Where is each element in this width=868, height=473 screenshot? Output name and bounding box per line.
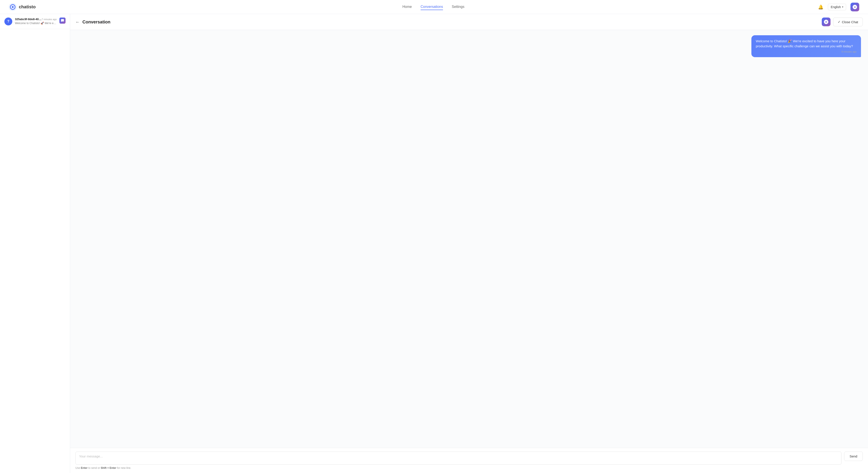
- close-chat-label: Close Chat: [842, 20, 858, 24]
- nav-conversations[interactable]: Conversations: [421, 4, 443, 10]
- conversation-avatar: ?: [4, 18, 12, 25]
- input-row: Send: [75, 451, 863, 465]
- agent-icon: [824, 19, 829, 25]
- user-avatar-icon: [852, 4, 858, 10]
- svg-point-2: [12, 6, 13, 8]
- message-bubble: Welcome to Chatisto! 🎉 We're excited to …: [751, 35, 861, 57]
- conversation-id: 325abc9f-8de8-40aa-a445-e00bb...: [15, 18, 42, 21]
- logo-area: chatisto: [9, 3, 36, 11]
- conversations-sidebar: ? 325abc9f-8de8-40aa-a445-e00bb... 7 min…: [0, 14, 70, 473]
- language-selector[interactable]: English ▾: [828, 4, 846, 10]
- hint-middle: to send or: [88, 466, 101, 470]
- conversation-badge-icon: [59, 18, 66, 24]
- bell-icon: 🔔: [818, 5, 824, 9]
- back-arrow-icon: ←: [75, 20, 80, 25]
- message-row: Welcome to Chatisto! 🎉 We're excited to …: [77, 35, 861, 57]
- navbar: chatisto Home Conversations Settings 🔔 E…: [0, 0, 868, 14]
- messages-area: Welcome to Chatisto! 🎉 We're excited to …: [70, 30, 868, 448]
- chevron-down-icon: ▾: [842, 6, 843, 8]
- chat-header-right: ✓ Close Chat: [822, 18, 863, 26]
- checkmark-icon: ✓: [838, 20, 841, 24]
- hint-enter: Enter: [81, 466, 88, 470]
- nav-settings[interactable]: Settings: [452, 4, 464, 10]
- hint-suffix: for new line.: [116, 466, 131, 470]
- language-label: English: [831, 5, 841, 9]
- chat-icon: [61, 19, 64, 22]
- input-hint: Use Enter to send or Shift + Enter for n…: [75, 466, 863, 470]
- conversation-preview: Welcome to Chatisto! 🚀 We're excited to …: [15, 22, 57, 25]
- back-button[interactable]: ←: [75, 20, 80, 25]
- main-content: ? 325abc9f-8de8-40aa-a445-e00bb... 7 min…: [0, 14, 868, 473]
- message-input-area: Send Use Enter to send or Shift + Enter …: [70, 448, 868, 473]
- notification-bell-button[interactable]: 🔔: [818, 4, 824, 10]
- agent-avatar: [822, 18, 831, 26]
- user-avatar-button[interactable]: [850, 3, 859, 11]
- message-text: Welcome to Chatisto! 🎉 We're excited to …: [756, 39, 853, 48]
- svg-rect-3: [854, 6, 855, 6]
- nav-links: Home Conversations Settings: [49, 4, 818, 10]
- conversation-right-badge: [59, 18, 66, 24]
- chat-header-left: ← Conversation: [75, 20, 111, 25]
- message-timestamp: 9 minutes ago: [756, 50, 857, 54]
- conversation-time: 7 minutes ago: [42, 18, 57, 21]
- conversation-list-item[interactable]: ? 325abc9f-8de8-40aa-a445-e00bb... 7 min…: [0, 14, 70, 29]
- nav-right: 🔔 English ▾: [818, 3, 859, 11]
- send-button[interactable]: Send: [844, 451, 863, 461]
- conversation-body: 325abc9f-8de8-40aa-a445-e00bb... 7 minut…: [15, 18, 57, 25]
- hint-shift: Shift + Enter: [101, 466, 116, 470]
- logo-text: chatisto: [19, 4, 36, 9]
- chat-panel: ← Conversation ✓ Close Chat W: [70, 14, 868, 473]
- conversation-header: 325abc9f-8de8-40aa-a445-e00bb... 7 minut…: [15, 18, 57, 21]
- chat-title: Conversation: [83, 20, 111, 25]
- hint-prefix: Use: [75, 466, 81, 470]
- close-chat-button[interactable]: ✓ Close Chat: [833, 18, 863, 26]
- chat-header: ← Conversation ✓ Close Chat: [70, 14, 868, 30]
- message-input[interactable]: [75, 451, 841, 465]
- nav-home[interactable]: Home: [402, 4, 412, 10]
- svg-rect-4: [855, 6, 856, 6]
- logo-icon: [9, 3, 17, 11]
